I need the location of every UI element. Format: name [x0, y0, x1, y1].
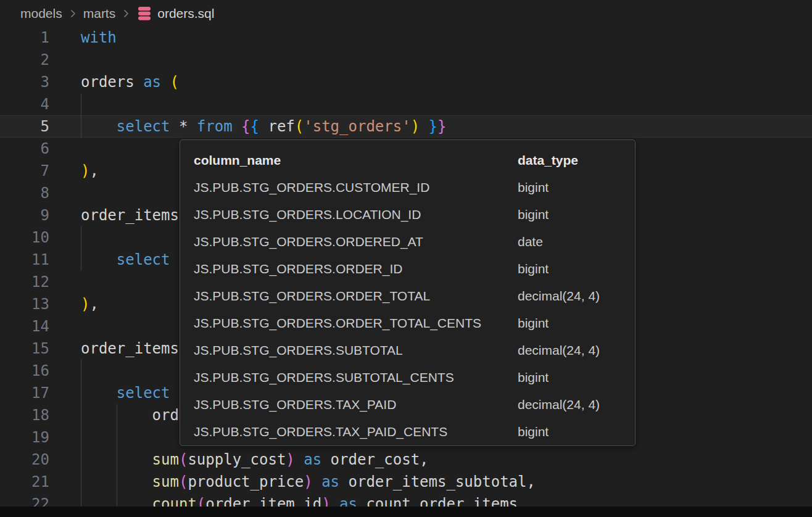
code-text: orders as (: [49, 71, 179, 93]
line-number[interactable]: 17: [0, 382, 49, 404]
breadcrumb-item-file[interactable]: orders.sql: [136, 6, 214, 21]
code-token: [295, 451, 304, 468]
line-number[interactable]: 10: [0, 226, 49, 249]
line-number[interactable]: 5: [0, 115, 49, 138]
code-token: select: [117, 118, 170, 135]
code-text: [49, 182, 81, 204]
line-number[interactable]: 21: [0, 471, 49, 493]
code-text: select * from {{ ref('stg_orders') }}: [49, 115, 446, 138]
code-token: [81, 251, 117, 268]
code-text: ),: [49, 160, 99, 182]
line-number[interactable]: 18: [0, 404, 49, 426]
code-text: [49, 93, 81, 115]
code-token: (: [170, 73, 179, 91]
indent-guide: [81, 94, 81, 138]
column-name-cell: JS.PUB.STG_ORDERS.CUSTOMER_ID: [194, 174, 518, 201]
code-line[interactable]: 21 sum(product_price) as order_items_sub…: [0, 471, 812, 493]
column-name-cell: JS.PUB.STG_ORDERS.ORDERED_AT: [194, 228, 518, 255]
line-number[interactable]: 1: [0, 27, 49, 49]
code-token: }: [429, 118, 437, 135]
column-row: JS.PUB.STG_ORDERS.TAX_PAIDdecimal(24, 4): [194, 391, 635, 418]
code-line[interactable]: 1with: [0, 27, 812, 49]
code-token: ): [304, 473, 312, 490]
code-token: sum: [152, 473, 179, 490]
column-name-cell: JS.PUB.STG_ORDERS.ORDER_TOTAL_CENTS: [194, 310, 518, 337]
code-token: ): [81, 296, 89, 313]
code-token: ,: [89, 162, 98, 180]
code-token: ): [286, 451, 294, 468]
code-token: [233, 118, 241, 135]
code-token: order_cost,: [321, 451, 428, 468]
code-text: sum(product_price) as order_items_subtot…: [49, 471, 536, 493]
data-type-cell: bigint: [518, 255, 635, 283]
data-type-cell: decimal(24, 4): [518, 391, 635, 418]
line-number[interactable]: 13: [0, 293, 49, 315]
line-number[interactable]: 14: [0, 315, 49, 337]
code-token: order_items: [81, 207, 179, 224]
code-text: [49, 138, 81, 160]
line-number[interactable]: 8: [0, 182, 49, 204]
column-name-cell: JS.PUB.STG_ORDERS.LOCATION_ID: [194, 201, 518, 228]
code-text: select: [49, 249, 170, 271]
column-row: JS.PUB.STG_ORDERS.CUSTOMER_IDbigint: [194, 174, 635, 201]
indent-guide: [117, 404, 117, 507]
line-number[interactable]: 12: [0, 271, 49, 293]
column-info-popup: column_name data_type JS.PUB.STG_ORDERS.…: [180, 139, 636, 446]
line-number[interactable]: 20: [0, 449, 49, 471]
editor-bottom-edge: [0, 507, 812, 517]
code-token: ,: [89, 296, 98, 313]
line-number[interactable]: 11: [0, 249, 49, 271]
code-token: ord: [81, 407, 179, 424]
code-token: [161, 73, 170, 91]
code-token: [81, 384, 117, 402]
indent-guide: [81, 360, 81, 507]
column-name-cell: JS.PUB.STG_ORDERS.TAX_PAID_CENTS: [194, 418, 518, 445]
code-line[interactable]: 5 select * from {{ ref('stg_orders') }}: [0, 115, 812, 138]
line-number[interactable]: 19: [0, 426, 49, 449]
column-row: JS.PUB.STG_ORDERS.SUBTOTALdecimal(24, 4): [194, 337, 635, 364]
column-name-cell: JS.PUB.STG_ORDERS.SUBTOTAL: [194, 337, 518, 364]
line-number[interactable]: 7: [0, 160, 49, 182]
line-number[interactable]: 9: [0, 204, 49, 226]
column-row: JS.PUB.STG_ORDERS.ORDER_TOTALdecimal(24,…: [194, 283, 635, 310]
column-name-cell: JS.PUB.STG_ORDERS.TAX_PAID: [194, 391, 518, 418]
column-name-cell: JS.PUB.STG_ORDERS.ORDER_TOTAL: [194, 283, 518, 310]
code-token: select: [117, 384, 170, 402]
column-row: JS.PUB.STG_ORDERS.ORDER_IDbigint: [194, 255, 635, 283]
code-text: [49, 271, 81, 293]
data-type-cell: date: [518, 228, 635, 255]
code-line[interactable]: 2: [0, 49, 812, 71]
line-number[interactable]: 2: [0, 49, 49, 71]
code-token: ref: [259, 118, 295, 135]
line-number[interactable]: 3: [0, 71, 49, 93]
code-line[interactable]: 4: [0, 93, 812, 115]
database-icon: [136, 6, 152, 21]
line-number[interactable]: 4: [0, 93, 49, 115]
code-text: ),: [49, 293, 99, 315]
code-text: [49, 49, 81, 71]
code-token: as: [321, 473, 339, 490]
code-text: [49, 315, 81, 337]
code-token: (: [295, 118, 304, 135]
code-token: ): [411, 118, 420, 135]
code-line[interactable]: 20 sum(supply_cost) as order_cost,: [0, 449, 812, 471]
column-row: JS.PUB.STG_ORDERS.SUBTOTAL_CENTSbigint: [194, 364, 635, 391]
chevron-right-icon: [121, 9, 131, 19]
code-line[interactable]: 3orders as (: [0, 71, 812, 93]
popup-header-row: column_name data_type: [194, 147, 635, 174]
chevron-right-icon: [68, 9, 78, 19]
popup-rows: JS.PUB.STG_ORDERS.CUSTOMER_IDbigintJS.PU…: [194, 174, 635, 445]
line-number[interactable]: 16: [0, 360, 49, 382]
code-token: from: [197, 118, 233, 135]
line-number[interactable]: 15: [0, 337, 49, 360]
column-row: JS.PUB.STG_ORDERS.LOCATION_IDbigint: [194, 201, 635, 228]
column-row: JS.PUB.STG_ORDERS.ORDERED_ATdate: [194, 228, 635, 255]
code-text: [49, 360, 81, 382]
code-token: {: [251, 118, 259, 135]
breadcrumb-item-marts[interactable]: marts: [83, 6, 116, 21]
code-token: sum: [152, 451, 179, 468]
line-number[interactable]: 6: [0, 138, 49, 160]
breadcrumb-item-models[interactable]: models: [20, 6, 62, 21]
indent-guide: [81, 226, 81, 271]
code-token: *: [170, 118, 197, 135]
